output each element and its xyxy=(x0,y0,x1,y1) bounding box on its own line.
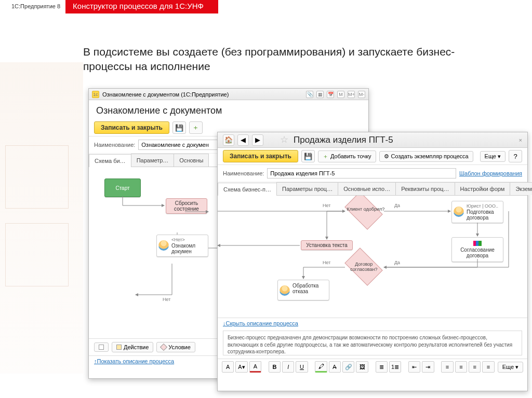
name-row: Наименование: Шаблон формирования xyxy=(218,165,527,182)
align-right-button[interactable]: ≡ xyxy=(469,361,481,373)
node-reject-handling[interactable]: Обработка отказа xyxy=(277,280,329,300)
node-review-doc[interactable]: <Нет> Ознакомл докумен xyxy=(156,235,208,257)
edge-label-no: Нет xyxy=(162,297,171,302)
tool-action[interactable]: Действие xyxy=(112,342,153,352)
tool-condition[interactable]: Условие xyxy=(156,342,195,352)
save-button[interactable]: 💾 xyxy=(172,121,186,134)
calc-icon[interactable]: ▦ xyxy=(316,91,324,98)
name-input[interactable] xyxy=(267,168,456,179)
node-reset[interactable]: Сбросить состояние xyxy=(166,198,207,214)
show-description-link[interactable]: ↑Показать описание процесса xyxy=(94,358,174,364)
mem-m-button[interactable]: M xyxy=(337,91,344,98)
tab-scheme[interactable]: Схема би… xyxy=(89,154,131,167)
indent-button[interactable]: ⇥ xyxy=(422,361,434,373)
node-task-text: Ознакомл докумен xyxy=(171,243,206,254)
save-close-button[interactable]: Записать и закрыть xyxy=(223,150,298,162)
calendar-icon[interactable]: 📅 xyxy=(327,91,334,98)
gear-icon: ⚙ xyxy=(384,153,389,160)
font-button[interactable]: A xyxy=(222,361,234,373)
bold-button[interactable]: B xyxy=(269,361,281,373)
tab-form-settings[interactable]: Настройки форм xyxy=(455,182,511,195)
align-center-button[interactable]: ≡ xyxy=(455,361,467,373)
text-color-button[interactable]: A xyxy=(249,361,261,373)
window-product-sale: 🏠 ◀ ▶ ☆ Продажа изделия ПГТ-5 × Записать… xyxy=(217,132,528,391)
image-button[interactable]: 🖼 xyxy=(356,361,368,373)
back-button[interactable]: ◀ xyxy=(237,134,249,146)
pin-icon[interactable]: 📎 xyxy=(306,91,313,98)
node-set-text[interactable]: Установка текста xyxy=(301,240,353,250)
numbered-list-button[interactable]: 1≣ xyxy=(389,361,401,373)
tab-requisites[interactable]: Реквизиты проц… xyxy=(395,182,455,195)
edge-yes: Да xyxy=(393,203,401,208)
mem-mminus-button[interactable]: M- xyxy=(358,91,365,98)
node-contract-agreed[interactable]: Договор согласован? xyxy=(344,248,383,286)
tab-main[interactable]: Основны xyxy=(174,154,209,167)
bullet-list-button[interactable]: ≣ xyxy=(376,361,388,373)
italic-button[interactable]: I xyxy=(282,361,294,373)
forward-button[interactable]: ▶ xyxy=(252,134,263,146)
tabs: Схема бизнес-п… Параметры проц… Основные… xyxy=(218,182,527,196)
template-link[interactable]: Шаблон формирования xyxy=(459,170,522,176)
slide-background-deco xyxy=(0,62,83,374)
tab-params[interactable]: Параметры проц… xyxy=(276,182,338,195)
user-icon xyxy=(280,285,290,296)
create-instance-button[interactable]: ⚙Создать экземпляр процесса xyxy=(379,151,473,162)
top-strip: 1С:Предприятие 8 Конструктор процессов д… xyxy=(0,0,532,13)
tab-instances[interactable]: Экземпляры xyxy=(510,182,532,195)
node-agree-contract[interactable]: Согласование договора xyxy=(451,237,503,262)
edge-yes: Да xyxy=(393,260,401,265)
add-button[interactable]: ＋ xyxy=(189,121,203,134)
node-client-approved[interactable]: Клиент одобрил? xyxy=(344,196,383,230)
help-button[interactable]: ? xyxy=(509,150,522,162)
save-close-button[interactable]: Записать и закрыть xyxy=(94,121,169,134)
app-icon: 1c xyxy=(92,91,99,98)
home-button[interactable]: 🏠 xyxy=(223,134,234,146)
node-performer: Юрист | ООО.. xyxy=(467,203,501,209)
node-start[interactable]: Старт xyxy=(104,179,141,197)
subprocess-icon xyxy=(473,241,482,246)
chevron-down-icon: ▾ xyxy=(515,364,518,370)
node-task-text: Обработка отказа xyxy=(292,283,327,294)
tab-params[interactable]: Параметр… xyxy=(131,154,175,167)
lead-text: В подсистеме вы создаете (без программир… xyxy=(83,45,488,74)
name-label: Наименование: xyxy=(223,170,264,176)
tab-scheme[interactable]: Схема бизнес-п… xyxy=(218,183,277,196)
name-label: Наименование: xyxy=(94,142,135,148)
link-button[interactable]: 🔗 xyxy=(342,361,354,373)
favorite-star-icon[interactable]: ☆ xyxy=(280,135,290,145)
window-title: Продажа изделия ПГТ-5 xyxy=(294,135,393,145)
node-prepare-contract[interactable]: Юрист | ООО.. Подготовка договора xyxy=(451,201,503,223)
align-justify-button[interactable]: ≡ xyxy=(482,361,494,373)
add-point-button[interactable]: ＋Добавить точку xyxy=(318,150,376,162)
close-icon[interactable]: × xyxy=(519,137,522,143)
edge-no: Нет xyxy=(322,260,331,265)
highlight-button[interactable]: 🖍 xyxy=(315,361,327,373)
toolbar: Записать и закрыть 💾 ＋Добавить точку ⚙Со… xyxy=(218,148,527,165)
slide-title: Конструктор процессов для 1С:УНФ xyxy=(65,0,218,13)
format-more-button[interactable]: Еще▾ xyxy=(498,362,523,373)
chevron-down-icon: ▾ xyxy=(498,153,501,160)
node-task-text: Подготовка договора xyxy=(467,209,501,221)
user-icon xyxy=(158,240,169,251)
titlebar: 🏠 ◀ ▶ ☆ Продажа изделия ПГТ-5 × xyxy=(218,132,527,148)
titlebar-text: Ознакомление с документом (1С:Предприяти… xyxy=(102,91,229,98)
hide-description-link[interactable]: ↓Скрыть описание процесса xyxy=(223,320,298,326)
save-button[interactable]: 💾 xyxy=(301,150,315,162)
diagram-canvas[interactable]: Клиент одобрил? Нет Да Установка текста … xyxy=(218,196,527,318)
node-task-text: Согласование договора xyxy=(460,247,495,258)
process-description: Бизнес-процесс предназначен для демонстр… xyxy=(223,331,522,355)
edge-no: Нет xyxy=(322,203,331,208)
underline-button[interactable]: U xyxy=(296,361,308,373)
user-icon xyxy=(454,207,464,217)
outdent-button[interactable]: ⇤ xyxy=(408,361,420,373)
tool-generic[interactable] xyxy=(94,342,109,352)
clear-format-button[interactable]: A̶ xyxy=(329,361,341,373)
window-title: Ознакомление с документом xyxy=(89,100,368,119)
more-button[interactable]: Еще▾ xyxy=(480,151,506,162)
align-left-button[interactable]: ≡ xyxy=(441,361,453,373)
font-size-button[interactable]: A▾ xyxy=(235,361,247,373)
tab-performers[interactable]: Основные испо… xyxy=(338,182,396,195)
format-toolbar: A A▾ A B I U 🖍 A̶ 🔗 🖼 ≣ 1≣ ⇤ ⇥ ≡ ≡ ≡ ≡ Е… xyxy=(218,359,527,375)
hide-description-bar: ↓Скрыть описание процесса xyxy=(218,318,527,328)
mem-mplus-button[interactable]: M+ xyxy=(348,91,355,98)
